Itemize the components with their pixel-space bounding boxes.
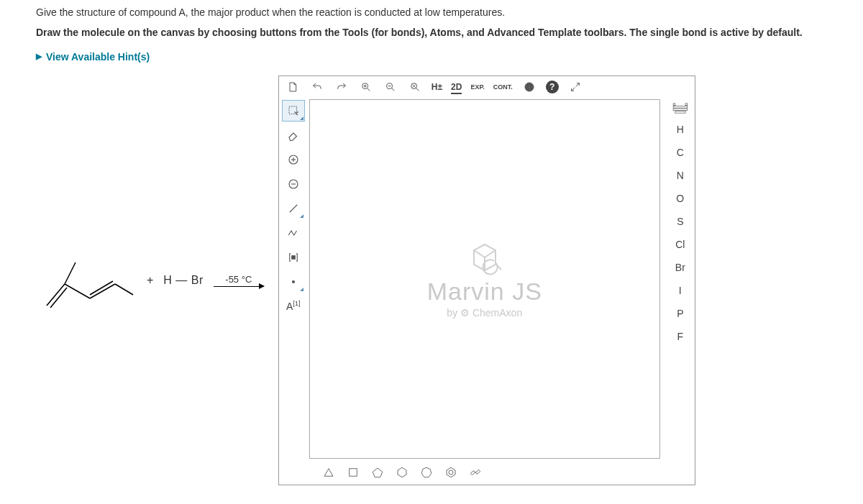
svg-line-0 bbox=[47, 284, 65, 306]
charge-plus-tool[interactable] bbox=[283, 150, 304, 170]
atom-s[interactable]: S bbox=[670, 213, 690, 230]
zoom-fit-icon[interactable] bbox=[407, 79, 423, 95]
atom-o[interactable]: O bbox=[670, 190, 690, 207]
atom-i[interactable]: I bbox=[670, 282, 690, 299]
svg-rect-33 bbox=[675, 111, 685, 113]
charge-minus-tool[interactable] bbox=[283, 174, 304, 194]
redo-icon[interactable] bbox=[334, 79, 350, 95]
svg-rect-27 bbox=[292, 255, 296, 259]
chain-tool[interactable] bbox=[283, 223, 304, 243]
undo-icon[interactable] bbox=[309, 79, 325, 95]
radical-tool[interactable] bbox=[283, 272, 304, 292]
atom-c[interactable]: C bbox=[670, 144, 690, 161]
svg-rect-32 bbox=[673, 109, 688, 111]
question-text: Give the structure of compound A, the ma… bbox=[36, 6, 849, 20]
instruction-text: Draw the molecule on the canvas by choos… bbox=[36, 26, 849, 40]
benzene-template[interactable] bbox=[443, 464, 459, 480]
svg-line-3 bbox=[90, 284, 115, 298]
reaction-arrow: -55 °C bbox=[214, 274, 264, 287]
abbreviation-tool[interactable]: A[1] bbox=[283, 296, 304, 316]
template-toolbar bbox=[279, 460, 695, 485]
reagent-hbr: H — Br bbox=[163, 274, 203, 287]
help-icon[interactable]: ? bbox=[546, 81, 559, 93]
svg-rect-29 bbox=[673, 104, 675, 106]
view-hints-toggle[interactable]: ▶ View Available Hint(s) bbox=[36, 51, 150, 63]
svg-marker-34 bbox=[324, 468, 333, 476]
expand-button[interactable]: EXP. bbox=[470, 83, 484, 91]
contract-button[interactable]: CONT. bbox=[493, 83, 513, 91]
atom-f[interactable]: F bbox=[670, 328, 690, 345]
chair-template[interactable] bbox=[467, 464, 483, 480]
hints-label: View Available Hint(s) bbox=[46, 51, 150, 63]
svg-line-5 bbox=[115, 284, 133, 295]
svg-line-8 bbox=[367, 88, 370, 91]
top-toolbar: H± 2D EXP. CONT. i ? bbox=[279, 76, 695, 98]
atom-br[interactable]: Br bbox=[670, 259, 690, 276]
bracket-tool[interactable] bbox=[283, 247, 304, 267]
svg-marker-37 bbox=[398, 467, 406, 477]
svg-line-4 bbox=[90, 281, 113, 295]
single-bond-tool[interactable] bbox=[283, 198, 304, 219]
svg-rect-35 bbox=[350, 468, 357, 476]
molecule-editor: H± 2D EXP. CONT. i ? bbox=[278, 75, 695, 485]
info-icon[interactable]: i bbox=[521, 79, 537, 95]
svg-line-6 bbox=[65, 262, 76, 284]
atom-h[interactable]: H bbox=[670, 121, 690, 138]
drawing-canvas[interactable]: Marvin JS by ⚙ ChemAxon bbox=[309, 99, 660, 459]
svg-marker-39 bbox=[447, 467, 455, 477]
new-document-icon[interactable] bbox=[285, 79, 301, 95]
temperature-label: -55 °C bbox=[225, 274, 252, 285]
hydrogen-display-button[interactable]: H± bbox=[432, 82, 442, 92]
atom-toolbar: H C N O S Cl Br I P F bbox=[666, 98, 695, 460]
fullscreen-icon[interactable] bbox=[567, 79, 583, 95]
periodic-table-icon[interactable] bbox=[672, 102, 689, 115]
svg-line-26 bbox=[290, 204, 298, 212]
svg-marker-36 bbox=[373, 468, 383, 477]
svg-marker-38 bbox=[421, 467, 432, 477]
marvin-watermark: Marvin JS by ⚙ ChemAxon bbox=[427, 239, 542, 319]
svg-line-15 bbox=[416, 88, 419, 91]
atom-n[interactable]: N bbox=[670, 167, 690, 184]
cyclobutane-template[interactable] bbox=[345, 464, 361, 480]
left-toolbar: A[1] bbox=[279, 98, 308, 460]
svg-line-12 bbox=[392, 88, 394, 91]
svg-rect-30 bbox=[685, 104, 688, 106]
atom-cl[interactable]: Cl bbox=[670, 236, 690, 253]
cyclopropane-template[interactable] bbox=[321, 464, 337, 480]
eraser-tool[interactable] bbox=[283, 125, 304, 145]
cyclohexane-template[interactable] bbox=[394, 464, 410, 480]
zoom-in-icon[interactable] bbox=[358, 79, 374, 95]
plus-sign: + bbox=[147, 274, 153, 287]
svg-rect-31 bbox=[673, 106, 688, 108]
atom-p[interactable]: P bbox=[670, 305, 690, 322]
svg-point-40 bbox=[449, 470, 453, 475]
zoom-out-icon[interactable] bbox=[383, 79, 398, 95]
svg-point-28 bbox=[292, 280, 294, 283]
two-d-clean-button[interactable]: 2D bbox=[451, 82, 462, 92]
diene-structure bbox=[36, 241, 137, 320]
selection-tool[interactable] bbox=[283, 101, 304, 121]
reaction-scheme: + H — Br -55 °C bbox=[36, 241, 264, 320]
caret-right-icon: ▶ bbox=[36, 52, 42, 61]
cyclopentane-template[interactable] bbox=[370, 464, 385, 480]
cycloheptane-template[interactable] bbox=[419, 464, 434, 480]
svg-line-2 bbox=[65, 284, 90, 298]
